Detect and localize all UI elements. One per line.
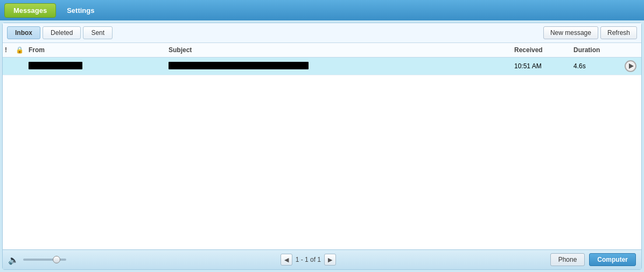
volume-slider[interactable]	[23, 259, 66, 261]
header-important: !	[3, 45, 13, 55]
table-body: 10:51 AM 4.6s	[3, 58, 641, 249]
nav-tab-messages[interactable]: Messages	[4, 3, 56, 18]
next-page-button[interactable]: ▶	[324, 254, 336, 266]
new-message-button[interactable]: New message	[543, 26, 598, 39]
header-duration: Duration	[571, 45, 620, 55]
row-important	[3, 65, 13, 67]
row-from	[26, 61, 166, 72]
tab-deleted[interactable]: Deleted	[43, 26, 81, 39]
toolbar: Inbox Deleted Sent New message Refresh	[3, 23, 641, 43]
row-subject	[166, 61, 512, 72]
play-button[interactable]	[625, 60, 636, 72]
volume-icon: 🔈	[8, 255, 19, 265]
nav-tab-settings[interactable]: Settings	[58, 4, 103, 17]
subject-redacted	[169, 62, 309, 69]
prev-page-button[interactable]: ◀	[281, 254, 292, 266]
row-received: 10:51 AM	[512, 61, 571, 71]
pagination-text: 1 - 1 of 1	[296, 256, 321, 263]
footer: 🔈 ◀ 1 - 1 of 1 ▶ Phone Computer	[3, 249, 641, 269]
tab-sent[interactable]: Sent	[83, 26, 113, 39]
row-duration: 4.6s	[571, 61, 620, 71]
slider-thumb[interactable]	[53, 256, 60, 263]
refresh-button[interactable]: Refresh	[600, 26, 637, 39]
computer-button[interactable]: Computer	[589, 253, 636, 266]
top-nav: Messages Settings	[0, 0, 644, 20]
header-lock: 🔒	[13, 45, 26, 55]
tab-inbox[interactable]: Inbox	[7, 26, 40, 39]
lock-icon: 🔒	[16, 46, 24, 54]
table-row[interactable]: 10:51 AM 4.6s	[3, 58, 641, 75]
main-content: Inbox Deleted Sent New message Refresh !…	[2, 23, 642, 270]
phone-button[interactable]: Phone	[550, 253, 585, 266]
pagination: ◀ 1 - 1 of 1 ▶	[281, 254, 336, 266]
row-play[interactable]	[620, 59, 641, 73]
row-lock	[13, 65, 26, 67]
header-action	[620, 49, 641, 51]
header-subject: Subject	[166, 45, 512, 55]
from-redacted	[29, 62, 82, 69]
table-header: ! 🔒 From Subject Received Duration	[3, 43, 641, 58]
header-received: Received	[512, 45, 571, 55]
slider-track	[23, 259, 66, 261]
header-from: From	[26, 45, 166, 55]
